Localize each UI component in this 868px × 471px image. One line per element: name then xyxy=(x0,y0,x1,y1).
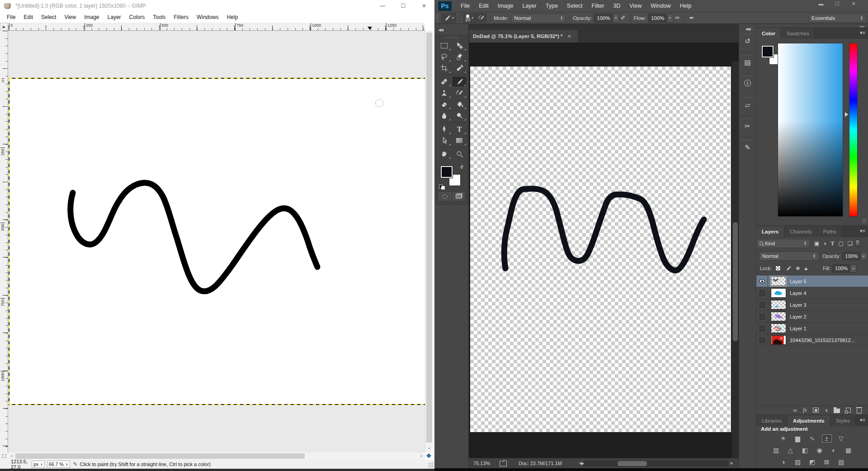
pressure-opacity-icon[interactable]: ✐ xyxy=(621,14,626,21)
layer-effects-icon[interactable]: fx xyxy=(803,407,807,414)
gimp-menu-help[interactable]: Help xyxy=(223,13,242,22)
tool-eraser[interactable] xyxy=(436,99,452,110)
tool-pen[interactable] xyxy=(436,124,452,135)
tab-swatches[interactable]: Swatches xyxy=(781,28,815,39)
brush-size-picker[interactable]: 20 ▾ xyxy=(463,13,476,23)
filter-smart-objects-icon[interactable]: ❏ xyxy=(848,240,853,247)
scrollbar-thumb[interactable] xyxy=(15,453,305,459)
ps-menu-file[interactable]: File xyxy=(456,1,474,11)
hue-slider-marker[interactable] xyxy=(845,112,848,117)
delete-layer-icon[interactable] xyxy=(857,409,862,414)
black-white-icon[interactable]: ◧ xyxy=(801,447,810,454)
ps-close-button[interactable]: ✕ xyxy=(849,1,858,7)
foreground-color-swatch[interactable] xyxy=(441,166,453,178)
gimp-vertical-ruler[interactable]: 0 250 500 750 1000 xyxy=(0,31,8,452)
toolbar-collapse-arrows[interactable]: ◀◀ xyxy=(438,28,443,32)
scroll-right-arrow[interactable]: › xyxy=(418,452,425,460)
color-panel-resize-grip[interactable] xyxy=(862,219,867,223)
tool-lasso[interactable] xyxy=(436,51,452,62)
levels-icon[interactable]: ▆ xyxy=(793,435,802,442)
layer-thumbnail[interactable] xyxy=(771,312,786,321)
panel-icon-info[interactable]: i xyxy=(739,74,756,95)
tool-move[interactable] xyxy=(452,40,467,51)
hue-slider[interactable] xyxy=(849,43,858,217)
tool-zoom[interactable] xyxy=(452,148,467,160)
filter-adjustment-layers-icon[interactable]: ◖ xyxy=(823,240,826,247)
tool-type[interactable]: T xyxy=(452,124,467,135)
tool-clone-stamp[interactable] xyxy=(436,87,452,99)
gimp-horizontal-ruler[interactable]: 0 250 500 750 1000 1250 xyxy=(8,23,425,31)
ps-canvas-viewport[interactable]: ▼ xyxy=(469,43,739,458)
invert-icon[interactable]: ◑ xyxy=(779,458,788,466)
ps-menu-image[interactable]: Image xyxy=(493,1,518,11)
filter-shape-layers-icon[interactable]: ▢ xyxy=(839,240,844,247)
gimp-menu-layer[interactable]: Layer xyxy=(104,13,125,22)
gimp-menu-view[interactable]: View xyxy=(60,13,80,22)
visibility-toggle[interactable] xyxy=(756,287,768,299)
exposure-icon[interactable]: ± xyxy=(822,435,831,442)
ps-menu-layer[interactable]: Layer xyxy=(518,1,541,11)
visibility-toggle[interactable] xyxy=(756,334,768,346)
add-layer-mask-icon[interactable] xyxy=(813,408,819,413)
tab-layers[interactable]: Layers xyxy=(756,226,784,237)
screen-mode-button[interactable] xyxy=(453,192,464,200)
ps-maximize-button[interactable]: ☐ xyxy=(833,1,842,7)
zoom-dropdown[interactable]: 66.7 %∨ xyxy=(47,461,70,468)
resize-grip[interactable] xyxy=(428,462,434,468)
document-tab[interactable]: DoDad @ 75.1% (Layer 5, RGB/32*) * ✕ xyxy=(469,30,579,43)
layer-name[interactable]: Layer 5 xyxy=(790,279,807,284)
tab-paths[interactable]: Paths xyxy=(818,226,842,237)
ps-image-canvas[interactable] xyxy=(470,67,731,432)
gimp-menu-tools[interactable]: Tools xyxy=(149,13,170,22)
navigation-button[interactable]: ✥ xyxy=(425,452,433,460)
document-close-icon[interactable]: ✕ xyxy=(567,33,571,39)
scrollbar-thumb[interactable] xyxy=(733,222,738,341)
layer-thumbnail[interactable] xyxy=(771,288,786,298)
tool-history-brush[interactable] xyxy=(452,87,467,99)
scroll-left-arrow[interactable]: ◀ xyxy=(579,461,581,465)
color-lookup-icon[interactable]: ▦ xyxy=(844,447,853,454)
gradient-map-icon[interactable]: ▧ xyxy=(837,458,846,466)
layer-name[interactable]: Layer 4 xyxy=(790,290,807,296)
lock-all-icon[interactable]: 🔒︎ xyxy=(805,265,807,271)
ps-menu-window[interactable]: Window xyxy=(646,1,675,11)
ps-horizontal-scrollbar[interactable]: ◀ ▶ xyxy=(584,461,728,466)
gimp-menu-image[interactable]: Image xyxy=(80,13,103,22)
tool-quick-selection[interactable] xyxy=(452,51,467,62)
gimp-canvas-viewport[interactable] xyxy=(8,31,425,452)
tool-hand[interactable] xyxy=(436,148,452,160)
channel-mixer-icon[interactable]: ◐ xyxy=(830,447,839,454)
threshold-icon[interactable]: ◩ xyxy=(808,458,817,466)
gimp-titlebar[interactable]: *[Untitled]-1.0 (RGB color, 1 layer) 192… xyxy=(0,0,434,12)
panel-icon-navigator[interactable]: ▱ xyxy=(739,95,756,116)
layer-row-photo[interactable]: 10443296_1015321379812... xyxy=(756,334,868,346)
layer-row-3[interactable]: Layer 3 xyxy=(756,299,868,311)
layer-fill-arrow[interactable]: ▾ xyxy=(850,264,857,272)
share-icon[interactable] xyxy=(500,461,507,466)
ps-minimize-button[interactable]: ▬ xyxy=(816,1,826,7)
gimp-maximize-button[interactable]: ☐ xyxy=(393,0,414,12)
units-dropdown[interactable]: px∨ xyxy=(32,461,45,468)
gimp-menu-select[interactable]: Select xyxy=(37,13,60,22)
layer-name[interactable]: Layer 2 xyxy=(790,314,807,319)
link-layers-icon[interactable]: ∞ xyxy=(793,407,797,414)
gimp-horizontal-scrollbar[interactable]: ‹ › xyxy=(8,452,425,460)
panel-icon-brush-settings[interactable]: ✎ xyxy=(739,138,756,159)
layer-thumbnail[interactable] xyxy=(771,335,786,345)
visibility-toggle[interactable] xyxy=(756,323,768,334)
gimp-menu-filters[interactable]: Filters xyxy=(170,13,193,22)
new-group-icon[interactable] xyxy=(834,409,840,413)
filter-kind-select[interactable]: Kind ▲▼ xyxy=(756,239,810,248)
quick-mask-mode-button[interactable] xyxy=(439,192,451,200)
tool-rectangle-shape[interactable] xyxy=(452,135,467,146)
tool-path-selection[interactable] xyxy=(436,135,452,146)
tool-paint-bucket[interactable] xyxy=(452,99,467,110)
default-colors-icon[interactable] xyxy=(439,185,445,190)
layers-panel-menu-icon[interactable]: ▾≡ xyxy=(860,228,865,234)
visibility-toggle[interactable] xyxy=(756,311,768,323)
tool-rectangular-marquee[interactable] xyxy=(436,40,452,51)
panel-icon-history[interactable]: ↺ xyxy=(739,31,756,52)
bottom-panel-menu-icon[interactable]: ▾≡ xyxy=(860,417,865,423)
gimp-ruler-origin-button[interactable]: ▶ xyxy=(0,23,8,31)
panel-icon-properties[interactable]: ▤ xyxy=(739,52,756,74)
